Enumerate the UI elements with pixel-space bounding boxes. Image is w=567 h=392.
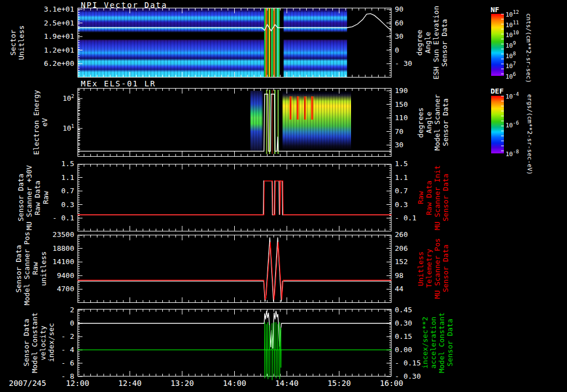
right-y-tick-label: 0 [395,46,428,54]
right-y-tick-label: 0.30 [395,319,428,327]
y-tick-label: 0 [32,319,74,327]
colorbar-tick-label: 10-6 [506,120,539,129]
y-tick-label: - 6 [32,359,74,367]
colorbar-def [491,95,504,154]
y-tick-label: 14100 [32,257,74,266]
axis-label-line: unitless [39,231,48,305]
right-y-tick-label: - 0.15 [395,359,428,367]
axis-label-line: Unitless [17,25,25,60]
axis-ticks [78,89,391,156]
axis-label-line: ESH Sun Elevation [432,6,440,79]
time-tick-label: 12:40 [118,379,141,388]
y-tick-label: 1.1 [32,173,74,182]
right-y-tick-label: 98 [395,271,428,280]
colorbar-def-units: ergs/(cm**2-sr-sec-eV) [526,94,533,175]
panel-frame-npi [78,8,391,78]
right-y-tick-label: 0.00 [395,345,428,354]
right-y-tick-label: 90 [395,5,428,13]
axis-label-line: Sensor Data [440,6,449,79]
colorbar-tick-label: 108 [506,51,539,60]
panel-frame-velocity [78,309,391,376]
axes-frame [78,310,391,376]
right-y-tick-label: 190 [395,86,428,95]
panel1-right-axis-label: Sensor DataESH Sun ElevationAngledegree [415,6,449,79]
right-y-tick-label: 110 [395,114,428,122]
right-y-tick-label: 30 [395,32,428,40]
right-y-tick-label: 44 [395,285,428,293]
axis-label-line: acceleration [429,312,437,373]
right-y-tick-label: 0.45 [395,306,428,314]
series-line [78,181,391,215]
right-y-tick-label: 152 [395,257,428,266]
colorbar-tick-label: 106 [506,71,539,80]
y-tick-label: 6.2e+00 [32,59,74,68]
axis-label-line: Model Scanner [433,94,441,151]
axis-label-line: MU Scanner Init [433,165,441,230]
y-tick-label: 0.3 [32,200,74,209]
y-tick-label: - 0.1 [32,214,74,222]
y-tick-label: - 8 [32,372,74,380]
right-y-tick-label: 1.1 [395,173,428,182]
y-tick-label: - 2 [32,332,74,341]
axes-frame [78,235,391,303]
right-y-tick-label: 0.7 [395,187,428,195]
series-line [78,242,391,300]
colorbar-tick-label: 1012 [506,9,539,18]
axis-label-line: Sector [9,25,17,60]
axis-ticks [78,8,391,77]
colorbar-nf-ticks [501,14,504,76]
axis-label-line: Sensor Data [17,165,25,230]
right-y-tick-label: - 0.1 [395,214,428,222]
series-line [78,311,391,348]
axis-label-line: Sensor Data [14,231,23,305]
colorbar-tick-label: 1010 [506,30,539,39]
panel1-y-axis-label: SectorUnitless [9,25,25,60]
y-tick-label: 23500 [32,230,74,239]
right-y-tick-label: 0.15 [395,332,428,341]
colorbar-nf [491,13,504,76]
right-y-tick-label: 60 [395,19,428,27]
colorbar-nf-label: NF [491,6,499,14]
colorbar-def-ticks [501,96,504,153]
axes-frame [78,89,391,157]
time-tick-label: 15:20 [327,379,350,388]
plot-window: NPI Vector Data MEx ELS-01 LR SectorUnit… [0,0,567,392]
y-tick-label: 102 [32,94,74,102]
axes-frame [78,8,391,78]
axis-label-line: Model Scanner Pos [23,231,31,305]
axis-ticks [78,235,391,302]
y-tick-label: 101 [32,123,74,132]
axes-frame [78,164,391,231]
y-tick-label: 1.5 [32,159,74,168]
right-y-tick-label: 0.3 [395,200,428,209]
y-tick-label: 0.7 [32,187,74,195]
axis-label-line: Sensor Data [446,312,454,373]
axis-ticks [78,310,391,376]
y-tick-label: 2 [32,306,74,314]
axis-label-line: MU Scanner Pos [433,238,441,299]
y-tick-label: - 4 [32,345,74,354]
y-tick-label: 1.2e+01 [32,46,74,54]
panel-frame-els [78,88,391,157]
right-y-tick-label: - 0.30 [395,372,428,380]
series-line [78,181,391,215]
colorbar-tick-label: 10-4 [506,91,539,100]
right-y-tick-label: 30 [395,141,428,149]
time-tick-label: 14:40 [275,379,298,388]
overlay-line-npi [78,14,391,31]
axis-label-line: Sensor Data [441,165,450,230]
colorbar-tick-label: 109 [506,40,539,49]
axis-ticks [78,164,391,231]
colorbar-tick-label: 10-8 [506,149,539,158]
axis-label-line: Sensor Data [441,238,450,299]
panel-frame-scannerpos [78,235,391,303]
y-tick-label: 3.1e+01 [32,5,74,13]
axis-label-line: Sensor Data [441,94,450,151]
y-tick-label: 1.9e+01 [32,32,74,40]
y-tick-label: 18800 [32,244,74,252]
time-tick-label: 13:20 [171,379,194,388]
axis-label-line: Sensor Data [22,312,30,373]
right-y-tick-label: 70 [395,127,428,136]
colorbar-tick-label: 107 [506,61,539,70]
panel4-y-axis-label: Sensor DataModel Scanner PosRawunitless [14,231,48,305]
